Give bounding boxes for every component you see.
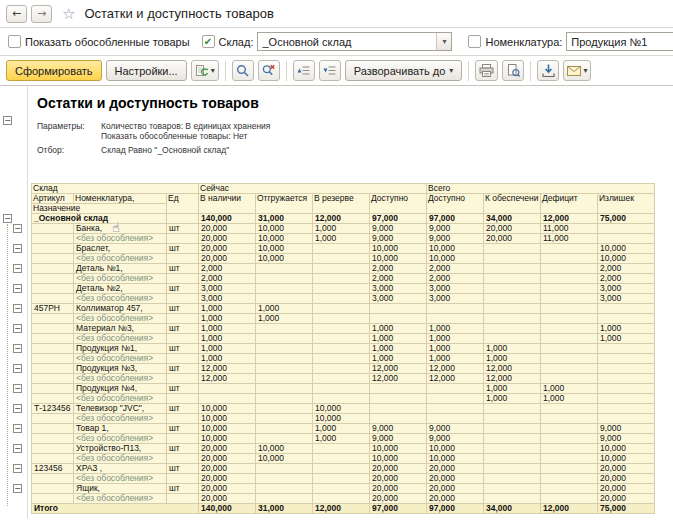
article-cell[interactable]: 457РН <box>32 304 74 314</box>
value-cell[interactable]: 3,000 <box>598 284 655 294</box>
value-cell[interactable]: 34,000 <box>484 214 541 224</box>
value-cell[interactable] <box>541 404 598 414</box>
nomenclature-field[interactable]: Продукция №1 <box>566 32 673 51</box>
value-cell[interactable] <box>370 414 427 424</box>
unit-cell[interactable]: шт <box>167 304 199 314</box>
value-cell[interactable]: 10,000 <box>199 404 256 414</box>
value-cell[interactable]: 20,000 <box>199 254 256 264</box>
value-cell[interactable]: 20,000 <box>427 484 484 494</box>
nomenclature-cell[interactable]: Товар 1, <box>74 424 167 434</box>
group-collapse-button[interactable]: − <box>13 364 22 373</box>
value-cell[interactable] <box>484 294 541 304</box>
value-cell[interactable] <box>484 254 541 264</box>
value-cell[interactable] <box>199 384 256 394</box>
value-cell[interactable] <box>541 474 598 484</box>
unit-cell[interactable] <box>167 494 199 504</box>
article-cell[interactable] <box>32 434 74 444</box>
unit-cell[interactable] <box>167 374 199 384</box>
value-cell[interactable]: 20,000 <box>199 464 256 474</box>
settings-button[interactable]: Настройки... <box>106 60 187 81</box>
unit-cell[interactable] <box>167 294 199 304</box>
value-cell[interactable]: 1,000 <box>370 344 427 354</box>
group-collapse-button[interactable]: − <box>13 264 22 273</box>
purpose-cell[interactable]: <без обособления> <box>74 234 167 244</box>
value-cell[interactable] <box>598 354 655 364</box>
value-cell[interactable]: 97,000 <box>370 504 427 514</box>
value-cell[interactable]: 10,000 <box>427 254 484 264</box>
value-cell[interactable]: 10,000 <box>256 234 313 244</box>
value-cell[interactable]: 10,000 <box>199 434 256 444</box>
value-cell[interactable]: 1,000 <box>484 394 541 404</box>
table-row[interactable]: Продукция №4,шт1,0001,000 <box>32 384 655 394</box>
value-cell[interactable]: 10,000 <box>199 424 256 434</box>
value-cell[interactable] <box>541 244 598 254</box>
value-cell[interactable]: 10,000 <box>370 244 427 254</box>
value-cell[interactable]: 2,000 <box>598 264 655 274</box>
generate-button[interactable]: Сформировать <box>6 60 102 81</box>
unit-cell[interactable]: шт <box>167 444 199 454</box>
unit-cell[interactable]: шт <box>167 384 199 394</box>
table-row[interactable]: _Основной склад140,00031,00012,00097,000… <box>32 214 655 224</box>
value-cell[interactable] <box>256 354 313 364</box>
value-cell[interactable]: 20,000 <box>199 474 256 484</box>
value-cell[interactable]: 10,000 <box>256 244 313 254</box>
value-cell[interactable] <box>313 264 370 274</box>
value-cell[interactable]: 12,000 <box>370 374 427 384</box>
total-label-cell[interactable]: Итого <box>32 504 199 514</box>
table-row[interactable]: Браслет,шт20,00010,00010,00010,00010,000 <box>32 244 655 254</box>
value-cell[interactable] <box>313 324 370 334</box>
value-cell[interactable] <box>313 304 370 314</box>
group-collapse-button[interactable]: − <box>13 344 22 353</box>
purpose-cell[interactable]: <без обособления> <box>74 254 167 264</box>
value-cell[interactable] <box>256 374 313 384</box>
value-cell[interactable]: 9,000 <box>370 424 427 434</box>
expand-to-button[interactable]: Разворачивать до ▾ <box>345 60 463 81</box>
nomenclature-cell[interactable]: Телевизор "JVC", <box>74 404 167 414</box>
value-cell[interactable]: 20,000 <box>484 234 541 244</box>
value-cell[interactable] <box>541 434 598 444</box>
forward-button[interactable]: → <box>31 5 52 23</box>
value-cell[interactable]: 12,000 <box>541 214 598 224</box>
group-collapse-button[interactable]: − <box>13 284 22 293</box>
nomenclature-cell[interactable]: Деталь №2, <box>74 284 167 294</box>
value-cell[interactable] <box>484 414 541 424</box>
nomenclature-cell[interactable]: Продукция №1, <box>74 344 167 354</box>
nomenclature-cell[interactable]: Устройство-П13, <box>74 444 167 454</box>
value-cell[interactable]: 12,000 <box>199 374 256 384</box>
value-cell[interactable] <box>484 314 541 324</box>
warehouse-checkbox[interactable]: ✔ <box>202 35 215 48</box>
table-row[interactable]: Банка,шт20,00010,0001,0009,0009,00020,00… <box>32 224 655 234</box>
send-email-button[interactable]: ▾ <box>563 60 591 81</box>
value-cell[interactable] <box>256 334 313 344</box>
value-cell[interactable] <box>256 264 313 274</box>
report-variants-button[interactable]: ▾ <box>191 60 219 81</box>
value-cell[interactable] <box>256 284 313 294</box>
table-row[interactable]: <без обособления>1,0001,000 <box>32 394 655 404</box>
value-cell[interactable]: 10,000 <box>256 454 313 464</box>
value-cell[interactable]: 9,000 <box>370 234 427 244</box>
value-cell[interactable] <box>256 384 313 394</box>
value-cell[interactable]: 20,000 <box>427 494 484 504</box>
table-row[interactable]: <без обособления>10,0001,0009,0009,0009,… <box>32 434 655 444</box>
group-collapse-button[interactable]: − <box>3 116 12 125</box>
value-cell[interactable] <box>313 444 370 454</box>
value-cell[interactable] <box>598 304 655 314</box>
value-cell[interactable]: 12,000 <box>313 214 370 224</box>
group-collapse-button[interactable]: − <box>13 384 22 393</box>
value-cell[interactable]: 9,000 <box>598 434 655 444</box>
value-cell[interactable]: 1,000 <box>427 324 484 334</box>
value-cell[interactable]: 10,000 <box>427 444 484 454</box>
table-row[interactable]: <без обособления>20,00010,00010,00010,00… <box>32 454 655 464</box>
value-cell[interactable] <box>370 384 427 394</box>
value-cell[interactable]: 9,000 <box>427 234 484 244</box>
value-cell[interactable] <box>541 494 598 504</box>
unit-cell[interactable] <box>167 434 199 444</box>
value-cell[interactable]: 20,000 <box>370 494 427 504</box>
show-separated-checkbox[interactable] <box>8 35 21 48</box>
value-cell[interactable] <box>541 424 598 434</box>
value-cell[interactable] <box>541 264 598 274</box>
value-cell[interactable] <box>199 394 256 404</box>
value-cell[interactable] <box>256 434 313 444</box>
value-cell[interactable] <box>256 344 313 354</box>
value-cell[interactable]: 1,000 <box>199 314 256 324</box>
